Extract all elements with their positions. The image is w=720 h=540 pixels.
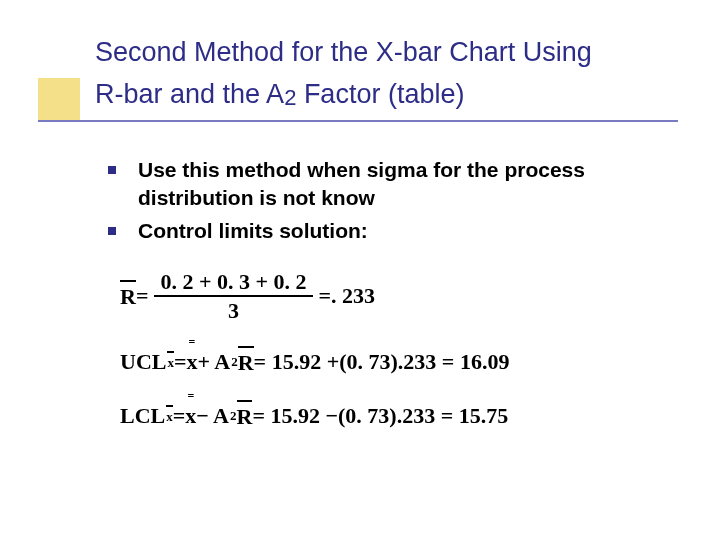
formula-block: R = 0. 2 + 0. 3 + 0. 2 3 = . 233 UCLx = … bbox=[120, 270, 660, 456]
rbar-symbol: R bbox=[238, 348, 254, 376]
lcl-equation: LCLx = x − A2 R = 15.92 − (0. 73) .233 =… bbox=[120, 402, 660, 430]
eq-sign: = bbox=[174, 349, 187, 375]
accent-square bbox=[38, 78, 80, 120]
xbarbar-symbol: x bbox=[187, 349, 198, 375]
title-line2a: R-bar and the A bbox=[95, 79, 284, 109]
lcl-label: LCL bbox=[120, 403, 165, 429]
title-sub: 2 bbox=[284, 85, 296, 110]
a2-value: 0. 73 bbox=[347, 349, 391, 375]
title-line1: Second Method for the X-bar Chart Using bbox=[95, 37, 592, 67]
eq-sign: = bbox=[173, 403, 186, 429]
ucl-label: UCL bbox=[120, 349, 166, 375]
rparen: ) bbox=[391, 349, 398, 375]
denominator: 3 bbox=[228, 297, 239, 322]
rbar-value: . 233 bbox=[331, 283, 375, 309]
op-plus-a: + A bbox=[198, 349, 231, 375]
ucl-sub: x bbox=[167, 353, 174, 371]
rbar-symbol: R bbox=[237, 402, 253, 430]
bullet-list: Use this method when sigma for the proce… bbox=[108, 156, 668, 249]
rparen: ) bbox=[389, 403, 396, 429]
bullet-text: Use this method when sigma for the proce… bbox=[138, 156, 668, 213]
rbar-symbol: R bbox=[120, 282, 136, 310]
eq-numeric: = 15.92 − bbox=[252, 403, 338, 429]
fraction: 0. 2 + 0. 3 + 0. 2 3 bbox=[154, 270, 312, 322]
slide: Second Method for the X-bar Chart Using … bbox=[0, 0, 720, 540]
lcl-sub: x bbox=[166, 407, 173, 425]
a2-value: 0. 73 bbox=[345, 403, 389, 429]
list-item: Use this method when sigma for the proce… bbox=[108, 156, 668, 213]
bullet-icon bbox=[108, 227, 116, 235]
title-underline bbox=[38, 120, 678, 122]
eq-sign: = bbox=[136, 283, 149, 309]
lcl-result: .233 = 15.75 bbox=[397, 403, 509, 429]
title-line2b: Factor (table) bbox=[296, 79, 464, 109]
ucl-result: .233 = 16.09 bbox=[398, 349, 510, 375]
xbarbar-symbol: x bbox=[185, 403, 196, 429]
lparen: ( bbox=[338, 403, 345, 429]
bullet-text: Control limits solution: bbox=[138, 217, 368, 245]
list-item: Control limits solution: bbox=[108, 217, 668, 245]
eq-sign: = bbox=[319, 283, 332, 309]
rbar-equation: R = 0. 2 + 0. 3 + 0. 2 3 = . 233 bbox=[120, 270, 660, 322]
eq-numeric: = 15.92 + bbox=[254, 349, 340, 375]
ucl-equation: UCLx = x + A2 R = 15.92 + (0. 73) .233 =… bbox=[120, 348, 660, 376]
lparen: ( bbox=[339, 349, 346, 375]
bullet-icon bbox=[108, 166, 116, 174]
numerator: 0. 2 + 0. 3 + 0. 2 bbox=[154, 270, 312, 297]
op-minus-a: − A bbox=[196, 403, 229, 429]
slide-title: Second Method for the X-bar Chart Using … bbox=[95, 32, 685, 116]
